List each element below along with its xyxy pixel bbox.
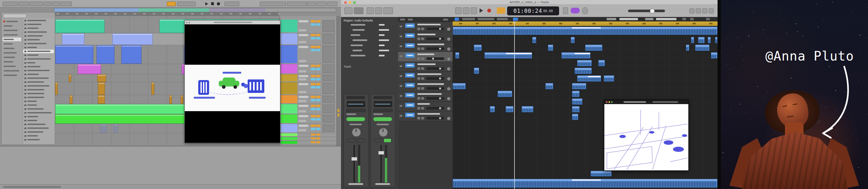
solo-button[interactable] xyxy=(384,138,391,143)
pan-knob[interactable] xyxy=(351,127,361,137)
lcd-display[interactable]: 01:00:2400.00 xyxy=(507,6,559,15)
arm-button[interactable] xyxy=(311,108,315,110)
track-header[interactable] xyxy=(280,104,337,114)
track-header[interactable] xyxy=(280,33,337,45)
editors-icon[interactable] xyxy=(375,7,382,14)
mute-button[interactable] xyxy=(311,46,315,48)
track-volume-slider[interactable] xyxy=(426,117,444,119)
io-field[interactable] xyxy=(316,49,320,51)
smart-controls-icon[interactable] xyxy=(383,7,393,14)
solo-button[interactable] xyxy=(421,77,424,80)
slider-dot[interactable] xyxy=(439,68,441,70)
solo-button[interactable] xyxy=(316,96,320,98)
ableton-video-window[interactable] xyxy=(184,20,280,143)
functions-menu[interactable] xyxy=(477,18,494,20)
region-param-value[interactable] xyxy=(379,44,384,46)
snap-menu[interactable] xyxy=(607,18,616,20)
audio-clip[interactable] xyxy=(98,95,105,104)
logic-titlebar[interactable]: WATER_A_ANNA_2 — Tracks xyxy=(341,0,718,4)
browser-file-item[interactable] xyxy=(23,61,54,65)
logic-track-header[interactable] xyxy=(398,102,453,111)
track-icon-pill[interactable] xyxy=(405,33,415,38)
audio-clip[interactable] xyxy=(55,82,58,95)
track-icon-pill[interactable] xyxy=(405,63,415,68)
browser-file-item[interactable] xyxy=(23,23,54,26)
pan-knob-mini[interactable] xyxy=(447,27,451,31)
region-param-value[interactable] xyxy=(379,34,384,36)
track-header-icon[interactable] xyxy=(400,18,405,21)
browser-file-item[interactable] xyxy=(23,77,54,80)
audio-region[interactable] xyxy=(545,83,553,89)
track-volume-slider[interactable] xyxy=(426,58,444,60)
mute-button[interactable] xyxy=(417,87,420,90)
browser-file-item[interactable] xyxy=(23,119,54,122)
solo-button[interactable] xyxy=(316,115,320,117)
volume-field[interactable] xyxy=(299,34,308,36)
edit-menu[interactable] xyxy=(462,18,475,20)
mute-button[interactable] xyxy=(417,97,420,100)
audio-region[interactable] xyxy=(572,106,580,112)
pan-field[interactable] xyxy=(299,129,306,131)
track-name-cell[interactable] xyxy=(281,133,297,136)
audio-clip[interactable] xyxy=(169,95,172,104)
stop-icon[interactable] xyxy=(471,7,477,14)
browser-category-item[interactable] xyxy=(3,42,21,46)
browser-category-item[interactable] xyxy=(3,33,21,37)
volume-slider-knob[interactable] xyxy=(650,9,655,13)
browser-file-item[interactable] xyxy=(23,138,54,142)
track-header[interactable] xyxy=(280,19,337,33)
browser-category-item[interactable] xyxy=(3,73,21,77)
track-volume-slider[interactable] xyxy=(426,37,444,40)
mute-button[interactable] xyxy=(311,83,315,85)
logic-video-window[interactable] xyxy=(604,100,689,171)
follow-toggle[interactable] xyxy=(167,2,176,6)
logic-track-header[interactable] xyxy=(398,22,453,32)
audio-region[interactable] xyxy=(698,37,705,43)
audio-clip[interactable] xyxy=(62,33,84,45)
io-field[interactable] xyxy=(316,68,320,70)
browser-category-item[interactable] xyxy=(3,51,21,55)
track-icon-pill[interactable] xyxy=(405,83,415,87)
record-icon[interactable] xyxy=(487,9,491,12)
slider-dot[interactable] xyxy=(439,87,441,89)
rewind-icon[interactable] xyxy=(455,7,462,14)
volume-field[interactable] xyxy=(299,46,308,48)
mute-button[interactable] xyxy=(417,37,420,40)
solo-button[interactable] xyxy=(316,20,320,23)
volume-field[interactable] xyxy=(299,75,308,77)
link-toggle[interactable] xyxy=(3,2,18,6)
close-icon[interactable] xyxy=(606,101,608,103)
audio-clip[interactable] xyxy=(151,82,154,95)
pan-knob-mini[interactable] xyxy=(447,87,451,91)
slider-dot[interactable] xyxy=(439,28,441,30)
arm-button[interactable] xyxy=(311,24,315,26)
arm-button[interactable] xyxy=(311,128,315,130)
mute-button[interactable] xyxy=(311,115,315,117)
region-inspector-header[interactable]: Region: Audio Defaults xyxy=(344,19,373,22)
audio-region[interactable] xyxy=(691,37,694,43)
arm-button[interactable] xyxy=(311,99,315,101)
strip-eq-thumbnail[interactable] xyxy=(346,101,366,108)
audio-region[interactable] xyxy=(598,60,605,66)
mute-button[interactable] xyxy=(417,67,420,70)
audio-clip[interactable] xyxy=(100,124,107,133)
pan-knob-mini[interactable] xyxy=(447,67,451,71)
track-volume-slider[interactable] xyxy=(426,77,444,80)
browser-file-item[interactable] xyxy=(23,58,54,61)
lcd-stepper-icon[interactable] xyxy=(563,7,568,14)
volume-field[interactable] xyxy=(299,83,308,85)
solo-button[interactable] xyxy=(316,105,320,107)
track-header[interactable] xyxy=(280,64,337,74)
solo-button[interactable] xyxy=(316,75,320,77)
browser-file-item[interactable] xyxy=(23,69,54,72)
play-icon[interactable] xyxy=(205,2,208,5)
audio-region[interactable] xyxy=(577,75,601,82)
browser-file-item[interactable] xyxy=(23,107,54,111)
mute-button[interactable] xyxy=(417,28,420,30)
solo-button[interactable] xyxy=(421,67,424,70)
pan-field[interactable] xyxy=(299,70,306,72)
fader-cap[interactable] xyxy=(378,151,384,155)
mixer-icon[interactable] xyxy=(367,7,374,14)
loop-length-field[interactable] xyxy=(287,2,307,6)
mute-button[interactable] xyxy=(311,96,315,98)
